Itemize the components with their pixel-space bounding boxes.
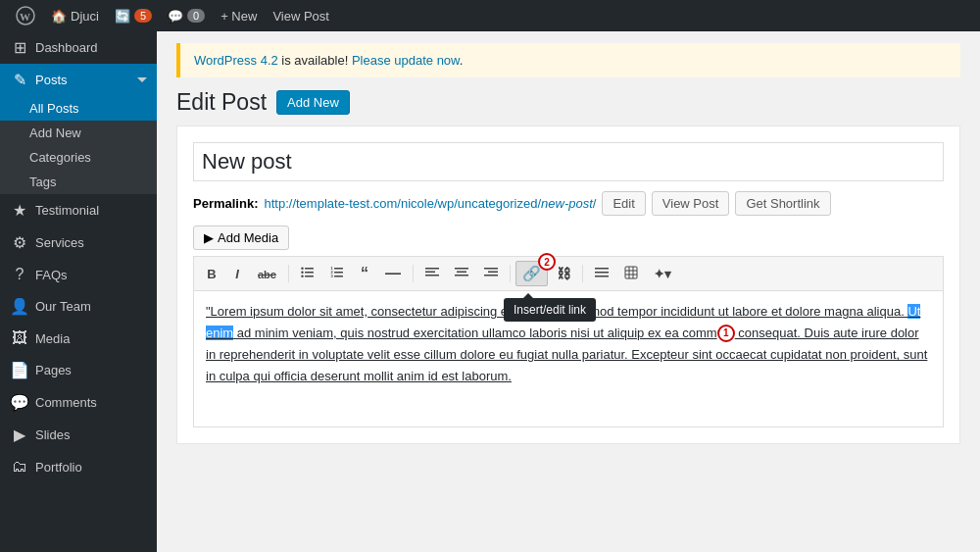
sidebar-item-comments[interactable]: 💬 Comments <box>0 386 157 419</box>
page-header: Edit Post Add New <box>157 85 980 125</box>
permalink-edit-button[interactable]: Edit <box>602 191 645 216</box>
pages-icon: 📄 <box>10 361 29 379</box>
ol-button[interactable]: 123 <box>323 262 351 286</box>
ul-button[interactable] <box>294 262 321 286</box>
badge-1: 1 <box>717 325 735 342</box>
sidebar-portfolio-label: Portfolio <box>35 460 82 475</box>
badge-2: 2 <box>538 253 556 271</box>
main-content: WordPress 4.2 is available! Please updat… <box>157 31 980 552</box>
sidebar-comments-label: Comments <box>35 395 97 410</box>
sidebar-dashboard-label: Dashboard <box>35 40 98 55</box>
add-new-button[interactable]: Add New <box>276 90 350 115</box>
sidebar-item-add-new[interactable]: Add New <box>0 121 157 145</box>
blockquote-button[interactable]: “ <box>353 261 376 286</box>
editor-toolbar: B I abc 123 “ — <box>193 256 944 290</box>
svg-rect-16 <box>425 275 439 276</box>
permalink-label: Permalink: <box>193 196 258 211</box>
sidebar-item-dashboard[interactable]: ⊞ Dashboard <box>0 31 157 64</box>
sidebar-item-testimonial[interactable]: ★ Testimonial <box>0 194 157 226</box>
new-item[interactable]: + New <box>213 0 265 31</box>
portfolio-icon: 🗂 <box>10 458 29 476</box>
update-notice: WordPress 4.2 is available! Please updat… <box>176 43 960 77</box>
toolbar-sep-4 <box>582 265 583 282</box>
updates-count: 5 <box>134 9 152 23</box>
align-left-button[interactable] <box>418 262 446 286</box>
svg-rect-3 <box>305 272 314 274</box>
more-button[interactable] <box>588 262 615 286</box>
svg-rect-26 <box>625 267 637 278</box>
sidebar: ⊞ Dashboard ✎ Posts All Posts Add New Ca… <box>0 31 157 552</box>
svg-rect-10 <box>334 276 343 277</box>
update-action-link[interactable]: Please update now <box>352 53 460 68</box>
view-post-button[interactable]: View Post <box>652 191 730 216</box>
sidebar-posts-label: Posts <box>35 73 68 87</box>
wp-logo-item[interactable]: W <box>8 0 43 31</box>
add-new-sub-label: Add New <box>29 125 81 140</box>
permalink-base-link[interactable]: http://template-test.com/nicole/wp/uncat… <box>264 196 541 211</box>
site-name-item[interactable]: 🏠 Djuci <box>43 0 107 31</box>
svg-rect-23 <box>595 268 609 270</box>
sidebar-item-media[interactable]: 🖼 Media <box>0 323 157 354</box>
sidebar-item-slides[interactable]: ▶ Slides <box>0 419 157 451</box>
posts-submenu: All Posts Add New Categories Tags <box>0 96 157 194</box>
svg-rect-4 <box>305 276 314 277</box>
slides-icon: ▶ <box>10 426 29 444</box>
categories-label: Categories <box>29 150 91 165</box>
update-notice-text: is available! <box>278 53 352 68</box>
page-title: Edit Post <box>176 89 267 116</box>
permalink-url: http://template-test.com/nicole/wp/uncat… <box>264 196 596 211</box>
sidebar-item-tags[interactable]: Tags <box>0 170 157 194</box>
new-label: + New <box>220 9 257 24</box>
get-shortlink-button[interactable]: Get Shortlink <box>735 191 830 216</box>
sidebar-item-our-team[interactable]: 👤 Our Team <box>0 290 157 323</box>
view-post-item[interactable]: View Post <box>265 0 337 31</box>
all-posts-label: All Posts <box>29 101 79 116</box>
svg-rect-24 <box>595 272 609 274</box>
align-right-button[interactable] <box>477 262 505 286</box>
permalink-slug: new-post <box>541 196 593 211</box>
tags-label: Tags <box>29 175 56 189</box>
sidebar-faqs-label: FAQs <box>35 268 68 282</box>
posts-arrow-icon <box>137 77 147 82</box>
svg-text:W: W <box>20 11 30 23</box>
align-center-button[interactable] <box>448 262 475 286</box>
svg-rect-20 <box>484 268 498 270</box>
sidebar-item-portfolio[interactable]: 🗂 Portfolio <box>0 451 157 482</box>
sidebar-item-services[interactable]: ⚙ Services <box>0 226 157 259</box>
edit-post-panel: Permalink: http://template-test.com/nico… <box>176 125 960 444</box>
comments-item[interactable]: 💬 0 <box>160 0 213 31</box>
testimonial-icon: ★ <box>10 201 29 220</box>
add-media-bar: ▶ Add Media <box>193 226 944 250</box>
media-icon: 🖼 <box>10 329 29 347</box>
svg-rect-14 <box>425 268 439 270</box>
view-post-label: View Post <box>272 9 329 24</box>
our-team-icon: 👤 <box>10 297 29 316</box>
hr-button[interactable]: — <box>378 261 408 286</box>
sidebar-item-posts[interactable]: ✎ Posts <box>0 64 157 96</box>
sidebar-item-pages[interactable]: 📄 Pages <box>0 354 157 386</box>
svg-rect-21 <box>488 271 498 273</box>
tooltip-text: Insert/edit link <box>514 303 586 317</box>
svg-rect-9 <box>334 272 343 274</box>
italic-button[interactable]: I <box>225 263 249 285</box>
strikethrough-button[interactable]: abc <box>251 263 283 285</box>
sidebar-testimonial-label: Testimonial <box>35 203 99 218</box>
toolbar-sep-1 <box>288 265 289 282</box>
permalink-row: Permalink: http://template-test.com/nico… <box>193 191 944 216</box>
post-title-input[interactable] <box>193 142 944 181</box>
sidebar-services-label: Services <box>35 235 84 250</box>
bold-button[interactable]: B <box>200 263 223 285</box>
updates-item[interactable]: 🔄 5 <box>107 0 160 31</box>
special-chars-button[interactable]: ✦▾ <box>647 263 678 285</box>
svg-rect-22 <box>484 275 498 276</box>
svg-rect-25 <box>595 276 609 277</box>
faqs-icon: ? <box>10 266 29 283</box>
sidebar-item-categories[interactable]: Categories <box>0 145 157 170</box>
sidebar-pages-label: Pages <box>35 363 72 377</box>
update-link[interactable]: WordPress 4.2 <box>194 53 278 68</box>
add-media-button[interactable]: ▶ Add Media <box>193 226 289 250</box>
table-button[interactable] <box>617 262 645 286</box>
svg-rect-8 <box>334 268 343 270</box>
sidebar-item-faqs[interactable]: ? FAQs <box>0 259 157 290</box>
sidebar-item-all-posts[interactable]: All Posts <box>0 96 157 121</box>
